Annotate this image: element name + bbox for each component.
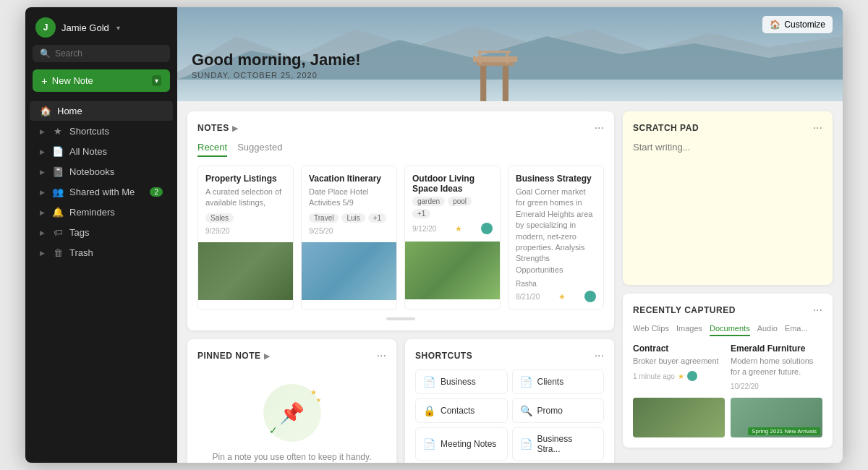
recent-item-title: Contract: [633, 343, 725, 354]
note-author: Rasha: [516, 280, 596, 288]
plus-icon: +: [41, 74, 48, 87]
sidebar-item-label: Notebooks: [69, 166, 114, 177]
sidebar-item-notebooks[interactable]: ▶ 📓 Notebooks: [30, 162, 173, 181]
recently-captured-header: RECENTLY CAPTURED ···: [633, 304, 822, 317]
list-item[interactable]: 📄 Clients: [512, 369, 605, 394]
shortcut-label: Business: [441, 377, 476, 387]
expand-icon: ▶: [40, 229, 45, 236]
thumbnail-furniture[interactable]: Spring 2021 New Arrivals: [731, 398, 822, 437]
list-item[interactable]: 📄 Business: [415, 369, 508, 394]
sidebar-item-trash[interactable]: ▶ 🗑 Trash: [30, 243, 173, 262]
recent-item-title: Emerald Furniture: [731, 343, 822, 354]
recent-item-date: 10/22/20: [731, 383, 759, 390]
star-icon: ★: [52, 126, 64, 137]
reminders-icon: 🔔: [52, 207, 64, 218]
thumbnail-label: Spring 2021 New Arrivals: [748, 427, 820, 435]
pinned-note-description: Pin a note you use often to keep it hand…: [213, 450, 372, 463]
shortcut-icon: 📄: [423, 438, 435, 450]
recent-item-desc: Modern home solutions for a greener futu…: [731, 356, 822, 378]
sidebar-item-shared[interactable]: ▶ 👥 Shared with Me 2: [30, 182, 173, 202]
note-title: Outdoor Living Space Ideas: [412, 174, 493, 194]
note-title: Business Strategy: [516, 174, 596, 184]
shortcut-icon: 📄: [520, 376, 532, 388]
list-item[interactable]: Emerald Furniture Modern home solutions …: [731, 343, 822, 390]
app-window: J Jamie Gold ▾ 🔍 + New Note ▾ 🏠 Home ▶ ★…: [25, 7, 843, 463]
sidebar-item-label: Home: [57, 106, 82, 116]
customize-button[interactable]: 🏠 Customize: [762, 16, 833, 33]
shortcuts-menu-button[interactable]: ···: [595, 349, 604, 362]
trash-icon: 🗑: [52, 247, 64, 258]
list-item[interactable]: 🔒 Contacts: [415, 398, 508, 423]
expand-icon: ▶: [40, 189, 45, 196]
scratch-pad-card: SCRATCH PAD ···: [623, 111, 833, 285]
recently-captured-tabs: Web Clips Images Documents Audio Ema...: [633, 324, 822, 336]
content-body: NOTES ▶ ··· Recent Suggested Property Li…: [177, 101, 843, 463]
user-menu-chevron[interactable]: ▾: [116, 24, 120, 32]
user-dot: [687, 371, 697, 381]
recent-item-date: 1 minute ago: [633, 372, 675, 380]
note-excerpt: Date Place Hotel Activities 5/9: [309, 187, 389, 209]
expand-icon: ▶: [40, 168, 45, 176]
expand-icon: ▶: [40, 209, 45, 216]
tab-images[interactable]: Images: [676, 324, 702, 336]
shared-icon: 👥: [52, 187, 64, 197]
tab-recent[interactable]: Recent: [197, 142, 227, 157]
list-item[interactable]: 🔍 Promo: [512, 398, 605, 423]
note-thumbnail: [198, 242, 293, 300]
svg-rect-10: [477, 51, 511, 53]
shortcuts-card: SHORTCUTS ··· 📄 Business 📄 Clients: [405, 339, 614, 463]
svg-rect-3: [177, 80, 843, 101]
note-tag: Travel: [309, 213, 339, 223]
notes-menu-button[interactable]: ···: [595, 121, 604, 134]
user-dot: [584, 291, 596, 302]
list-item[interactable]: 📄 Business Stra...: [512, 427, 605, 461]
sidebar-item-tags[interactable]: ▶ 🏷 Tags: [30, 223, 173, 242]
list-item[interactable]: 📄 Meeting Notes: [415, 427, 508, 461]
list-item[interactable]: Business Strategy Goal Corner market for…: [508, 166, 604, 310]
list-item[interactable]: Vacation Itinerary Date Place Hotel Acti…: [301, 166, 397, 310]
shortcuts-header: SHORTCUTS ···: [415, 349, 604, 362]
tab-web-clips[interactable]: Web Clips: [633, 324, 669, 336]
sidebar-item-label: Reminders: [69, 207, 115, 218]
list-item[interactable]: Outdoor Living Space Ideas garden pool +…: [404, 166, 501, 310]
shortcuts-grid: 📄 Business 📄 Clients 🔒 Contacts 🔍: [415, 369, 604, 463]
shortcuts-title: SHORTCUTS: [415, 351, 472, 361]
thumbnail-house[interactable]: [633, 398, 725, 437]
scratch-pad-title: SCRATCH PAD: [633, 123, 699, 133]
tab-email[interactable]: Ema...: [785, 324, 808, 336]
sidebar-item-label: All Notes: [69, 146, 107, 157]
note-excerpt: Goal Corner market for green homes in Em…: [516, 187, 596, 275]
star-icon-small: ★: [316, 397, 321, 403]
user-name: Jamie Gold: [61, 22, 109, 33]
scratch-pad-menu-button[interactable]: ···: [813, 121, 822, 134]
sidebar-item-home[interactable]: 🏠 Home: [30, 101, 173, 121]
recently-captured-thumbnails: Spring 2021 New Arrivals: [633, 398, 822, 437]
list-item[interactable]: Property Listings A curated selection of…: [197, 166, 294, 310]
star-icon: ★: [455, 224, 462, 234]
list-item[interactable]: Contract Broker buyer agreement 1 minute…: [633, 343, 725, 390]
pin-illustration: 📌 ✓ ★ ★: [263, 384, 321, 442]
scratch-pad-header: SCRATCH PAD ···: [633, 121, 822, 134]
search-input[interactable]: [55, 48, 163, 59]
new-note-button[interactable]: + New Note ▾: [33, 69, 170, 92]
avatar: J: [35, 17, 56, 38]
note-date: 9/25/20: [309, 227, 389, 235]
tab-documents[interactable]: Documents: [710, 324, 750, 336]
recently-captured-items: Contract Broker buyer agreement 1 minute…: [633, 343, 822, 390]
sidebar-item-shortcuts[interactable]: ▶ ★ Shortcuts: [30, 121, 173, 141]
scratch-pad-textarea[interactable]: [633, 142, 822, 272]
pinned-note-menu-button[interactable]: ···: [377, 349, 386, 362]
notes-icon: 📄: [52, 146, 64, 157]
tab-audio[interactable]: Audio: [757, 324, 778, 336]
search-box[interactable]: 🔍: [33, 45, 170, 62]
sidebar-item-label: Tags: [69, 227, 89, 238]
svg-rect-5: [503, 61, 509, 101]
recently-captured-menu-button[interactable]: ···: [813, 304, 822, 317]
tab-suggested[interactable]: Suggested: [237, 142, 282, 157]
sidebar-item-all-notes[interactable]: ▶ 📄 All Notes: [30, 142, 173, 161]
recent-item-meta: 1 minute ago ★: [633, 371, 725, 381]
shortcut-label: Business Stra...: [537, 434, 597, 454]
star-icon: ★: [310, 388, 317, 396]
sidebar-item-reminders[interactable]: ▶ 🔔 Reminders: [30, 202, 173, 222]
main-content: Good morning, Jamie! SUNDAY, OCTOBER 25,…: [177, 7, 843, 463]
